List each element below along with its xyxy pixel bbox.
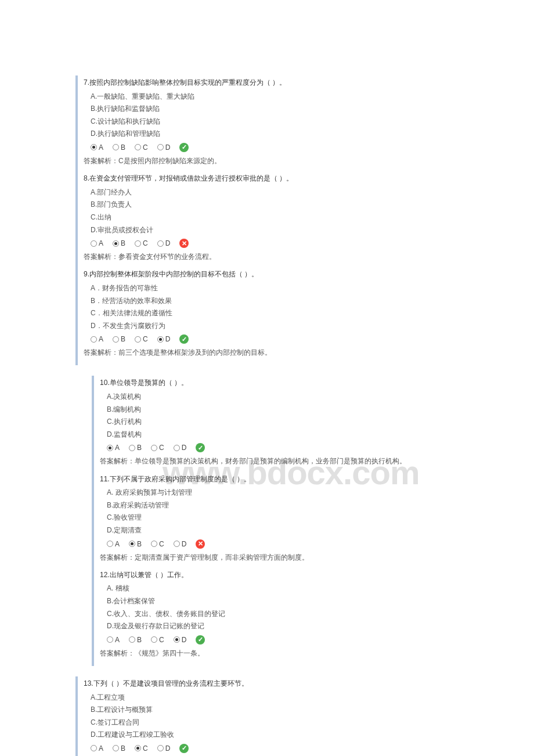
question-block: 13.下列（ ）不是建设项目管理的业务流程主要环节。A.工程立项B.工程设计与概…: [75, 676, 459, 756]
radio-option-D[interactable]: D: [174, 636, 187, 644]
radio-label: D: [182, 540, 187, 548]
check-icon: ✓: [196, 635, 205, 645]
option-text: C.设计缺陷和执行缺陷: [84, 116, 459, 128]
option-text: A.工程立项: [84, 692, 459, 704]
radio-option-C[interactable]: C: [135, 143, 148, 152]
radio-label: A: [115, 444, 120, 452]
radio-option-D[interactable]: D: [174, 444, 187, 452]
radio-label: D: [165, 744, 171, 753]
radio-icon: [107, 636, 113, 643]
cross-icon: ✕: [196, 539, 205, 549]
radio-option-A[interactable]: A: [91, 239, 103, 247]
radio-option-D[interactable]: D: [157, 239, 171, 247]
radio-option-B[interactable]: B: [113, 239, 125, 247]
radio-option-C[interactable]: C: [151, 444, 164, 452]
radio-label: C: [143, 143, 148, 152]
radio-icon: [157, 745, 164, 751]
check-icon: ✓: [196, 443, 205, 452]
option-text: C.验收管理: [100, 512, 459, 524]
radio-icon: [107, 445, 113, 451]
radio-option-C[interactable]: C: [151, 636, 164, 644]
option-text: D.审批员或授权会计: [84, 224, 459, 237]
radio-label: A: [99, 335, 103, 343]
question-7: 7.按照内部控制缺陷影响整体控制目标实现的严重程度分为（ ）。A.一般缺陷、重要…: [84, 77, 459, 168]
radio-option-C[interactable]: C: [135, 744, 148, 753]
answer-explanation: 答案解析：定期清查属于资产管理制度，而非采购管理方面的制度。: [100, 551, 459, 564]
radio-label: B: [137, 444, 142, 452]
answer-row: ABCD✓: [84, 332, 459, 346]
option-text: B.编制机构: [100, 404, 459, 416]
radio-icon: [157, 240, 164, 247]
radio-option-D[interactable]: D: [157, 143, 171, 152]
radio-option-B[interactable]: B: [113, 143, 125, 152]
radio-option-B[interactable]: B: [129, 540, 142, 548]
radio-icon: [151, 445, 157, 451]
radio-icon: [157, 144, 164, 150]
radio-option-B[interactable]: B: [113, 744, 125, 753]
radio-icon: [113, 144, 119, 150]
radio-label: B: [137, 636, 142, 644]
option-text: B.工程设计与概预算: [84, 704, 459, 717]
radio-icon: [174, 636, 180, 643]
radio-label: A: [115, 540, 120, 548]
radio-icon: [135, 336, 141, 343]
question-13: 13.下列（ ）不是建设项目管理的业务流程主要环节。A.工程立项B.工程设计与概…: [84, 678, 459, 756]
answer-row: ABCD✕: [100, 537, 459, 551]
answer-row: ABCD✓: [84, 741, 459, 755]
radio-option-A[interactable]: A: [107, 444, 120, 452]
answer-row: ABCD✕: [84, 236, 459, 250]
radio-icon: [113, 336, 119, 343]
radio-option-D[interactable]: D: [174, 540, 187, 548]
radio-label: D: [165, 143, 171, 152]
radio-option-A[interactable]: A: [107, 636, 120, 644]
option-text: D.执行缺陷和管理缺陷: [84, 128, 459, 141]
radio-option-A[interactable]: A: [91, 744, 103, 753]
radio-label: A: [99, 143, 103, 152]
option-text: D.现金及银行存款日记账的登记: [100, 620, 459, 633]
radio-label: D: [165, 239, 171, 247]
radio-option-D[interactable]: D: [157, 744, 171, 753]
radio-option-B[interactable]: B: [129, 444, 142, 452]
answer-explanation: 答案解析：单位领导是预算的决策机构，财务部门是预算的编制机构，业务部门是预算的执…: [100, 455, 459, 468]
radio-label: A: [115, 636, 120, 644]
radio-option-D[interactable]: D: [157, 335, 171, 343]
answer-explanation: 答案解析：《规范》第四十一条。: [100, 647, 459, 660]
question-8: 8.在资金支付管理环节，对报销或借款业务进行授权审批的是（ ）。A.部门经办人B…: [84, 172, 459, 264]
option-text: A.一般缺陷、重要缺陷、重大缺陷: [84, 91, 459, 103]
radio-option-A[interactable]: A: [91, 143, 103, 152]
radio-icon: [135, 144, 141, 150]
radio-option-B[interactable]: B: [129, 636, 142, 644]
radio-option-A[interactable]: A: [91, 335, 103, 343]
option-text: A.部门经办人: [84, 186, 459, 199]
question-block: 10.单位领导是预算的（ ）。A.决策机构B.编制机构C.执行机构D.监督机构A…: [92, 376, 459, 665]
option-text: C.出纳: [84, 211, 459, 224]
radio-icon: [91, 144, 97, 150]
question-text: 8.在资金支付管理环节，对报销或借款业务进行授权审批的是（ ）。: [84, 172, 459, 185]
question-text: 12.出纳可以兼管（ ）工作。: [100, 569, 459, 582]
answer-row: ABCD✓: [100, 441, 459, 455]
answer-explanation: 答案解析：C是按照内部控制缺陷来源定的。: [84, 154, 459, 168]
radio-label: D: [165, 335, 171, 343]
option-text: C.收入、支出、债权、债务账目的登记: [100, 608, 459, 621]
radio-label: B: [121, 335, 125, 343]
radio-label: B: [121, 143, 125, 152]
option-text: B.部门负责人: [84, 199, 459, 211]
radio-option-A[interactable]: A: [107, 540, 120, 548]
radio-icon: [129, 636, 135, 643]
radio-icon: [129, 445, 135, 451]
radio-option-C[interactable]: C: [135, 239, 148, 247]
option-text: A. 政府采购预算与计划管理: [100, 487, 459, 499]
radio-option-B[interactable]: B: [113, 335, 125, 343]
radio-label: C: [159, 636, 164, 644]
radio-option-C[interactable]: C: [151, 540, 164, 548]
answer-explanation: 答案解析：前三个选项是整体框架涉及到的内部控制的目标。: [84, 346, 459, 359]
option-text: D.定期清查: [100, 524, 459, 537]
option-text: B.执行缺陷和监督缺陷: [84, 103, 459, 116]
radio-label: C: [159, 540, 164, 548]
question-text: 11.下列不属于政府采购内部管理制度的是（ ）。: [100, 473, 459, 486]
option-text: A.决策机构: [100, 391, 459, 404]
question-text: 10.单位领导是预算的（ ）。: [100, 377, 459, 390]
radio-icon: [174, 541, 180, 547]
radio-option-C[interactable]: C: [135, 335, 148, 343]
question-9: 9.内部控制整体框架阶段中内部控制的目标不包括（ ）。A．财务报告的可靠性B．经…: [84, 268, 459, 359]
